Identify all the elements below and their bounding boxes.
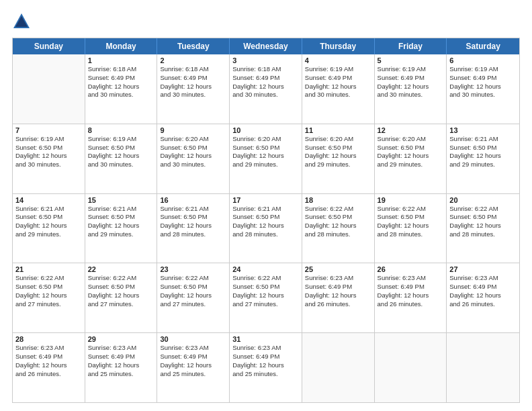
day-number: 1: [88, 56, 154, 64]
day-number: 22: [88, 265, 154, 273]
cell-info-line: Daylight: 12 hours: [232, 152, 299, 161]
calendar: SundayMondayTuesdayWednesdayThursdayFrid…: [12, 38, 520, 403]
calendar-header: SundayMondayTuesdayWednesdayThursdayFrid…: [13, 38, 519, 54]
cell-info-line: and 30 minutes.: [305, 91, 371, 99]
header-day-sunday: Sunday: [13, 38, 85, 54]
cell-info-line: Sunset: 6:49 PM: [232, 353, 299, 361]
calendar-cell: 30Sunrise: 6:23 AMSunset: 6:49 PMDayligh…: [157, 333, 230, 402]
cell-info-line: Daylight: 12 hours: [449, 152, 517, 161]
calendar-cell: 31Sunrise: 6:23 AMSunset: 6:49 PMDayligh…: [230, 333, 302, 402]
cell-info-line: and 30 minutes.: [378, 91, 444, 99]
cell-info-line: Daylight: 12 hours: [88, 361, 154, 370]
header-day-monday: Monday: [85, 38, 158, 54]
cell-info-line: and 29 minutes.: [232, 161, 299, 169]
cell-info-line: Sunrise: 6:18 AM: [160, 65, 226, 74]
cell-info-line: and 26 minutes.: [378, 300, 444, 309]
cell-info-line: Daylight: 12 hours: [305, 291, 371, 300]
day-number: 15: [88, 196, 154, 204]
day-number: 8: [88, 126, 154, 134]
calendar-cell: 8Sunrise: 6:19 AMSunset: 6:50 PMDaylight…: [85, 124, 158, 193]
cell-info-line: Sunset: 6:49 PM: [378, 74, 444, 83]
day-number: 28: [15, 335, 82, 343]
calendar-cell: 5Sunrise: 6:19 AMSunset: 6:49 PMDaylight…: [375, 54, 447, 124]
calendar-cell: [13, 54, 85, 124]
cell-info-line: Sunrise: 6:19 AM: [378, 65, 444, 74]
cell-info-line: Daylight: 12 hours: [88, 222, 154, 230]
cell-info-line: Sunrise: 6:23 AM: [15, 344, 82, 353]
cell-info-line: Sunset: 6:50 PM: [160, 213, 226, 222]
cell-info-line: Daylight: 12 hours: [232, 291, 299, 300]
calendar-cell: 7Sunrise: 6:19 AMSunset: 6:50 PMDaylight…: [13, 124, 85, 193]
calendar-body: 1Sunrise: 6:18 AMSunset: 6:49 PMDaylight…: [13, 54, 519, 402]
cell-info-line: Daylight: 12 hours: [449, 83, 517, 91]
cell-info-line: Sunrise: 6:21 AM: [232, 205, 299, 214]
cell-info-line: Daylight: 12 hours: [305, 83, 371, 91]
cell-info-line: Sunset: 6:50 PM: [15, 213, 82, 222]
cell-info-line: Daylight: 12 hours: [305, 222, 371, 230]
day-number: 23: [160, 265, 226, 273]
calendar-cell: 13Sunrise: 6:21 AMSunset: 6:50 PMDayligh…: [447, 124, 519, 193]
cell-info-line: Sunrise: 6:21 AM: [88, 205, 154, 214]
cell-info-line: Sunset: 6:49 PM: [15, 353, 82, 361]
calendar-row-1: 7Sunrise: 6:19 AMSunset: 6:50 PMDaylight…: [13, 124, 519, 193]
calendar-cell: 21Sunrise: 6:22 AMSunset: 6:50 PMDayligh…: [13, 263, 85, 332]
cell-info-line: Sunrise: 6:22 AM: [160, 274, 226, 283]
calendar-cell: [375, 333, 447, 402]
calendar-cell: 25Sunrise: 6:23 AMSunset: 6:49 PMDayligh…: [302, 263, 375, 332]
cell-info-line: Sunset: 6:49 PM: [378, 283, 444, 291]
cell-info-line: Sunrise: 6:19 AM: [305, 65, 371, 74]
cell-info-line: and 29 minutes.: [88, 230, 154, 239]
cell-info-line: Daylight: 12 hours: [15, 361, 82, 370]
cell-info-line: and 25 minutes.: [232, 370, 299, 379]
calendar-cell: 3Sunrise: 6:18 AMSunset: 6:49 PMDaylight…: [230, 54, 302, 124]
cell-info-line: and 28 minutes.: [449, 230, 517, 239]
calendar-cell: 24Sunrise: 6:22 AMSunset: 6:50 PMDayligh…: [230, 263, 302, 332]
cell-info-line: and 28 minutes.: [305, 230, 371, 239]
cell-info-line: Sunset: 6:49 PM: [88, 74, 154, 83]
calendar-cell: 20Sunrise: 6:22 AMSunset: 6:50 PMDayligh…: [447, 194, 519, 263]
calendar-cell: 11Sunrise: 6:20 AMSunset: 6:50 PMDayligh…: [302, 124, 375, 193]
cell-info-line: Sunset: 6:50 PM: [378, 213, 444, 222]
cell-info-line: Sunset: 6:50 PM: [378, 144, 444, 152]
cell-info-line: Daylight: 12 hours: [160, 83, 226, 91]
cell-info-line: Sunset: 6:50 PM: [449, 213, 517, 222]
cell-info-line: and 29 minutes.: [378, 161, 444, 169]
cell-info-line: Sunset: 6:49 PM: [449, 283, 517, 291]
cell-info-line: Sunrise: 6:18 AM: [232, 65, 299, 74]
cell-info-line: and 25 minutes.: [160, 370, 226, 379]
cell-info-line: Sunrise: 6:22 AM: [88, 274, 154, 283]
cell-info-line: and 26 minutes.: [449, 300, 517, 309]
cell-info-line: Sunrise: 6:20 AM: [378, 135, 444, 144]
calendar-cell: 18Sunrise: 6:22 AMSunset: 6:50 PMDayligh…: [302, 194, 375, 263]
cell-info-line: Sunrise: 6:19 AM: [88, 135, 154, 144]
cell-info-line: Daylight: 12 hours: [378, 291, 444, 300]
logo-icon: [12, 12, 31, 31]
cell-info-line: Daylight: 12 hours: [378, 83, 444, 91]
cell-info-line: Daylight: 12 hours: [88, 83, 154, 91]
header-day-wednesday: Wednesday: [230, 38, 302, 54]
day-number: 9: [160, 126, 226, 134]
cell-info-line: and 29 minutes.: [305, 161, 371, 169]
day-number: 2: [160, 56, 226, 64]
day-number: 29: [88, 335, 154, 343]
cell-info-line: and 28 minutes.: [232, 230, 299, 239]
cell-info-line: Sunset: 6:50 PM: [305, 213, 371, 222]
cell-info-line: Sunrise: 6:18 AM: [88, 65, 154, 74]
cell-info-line: Sunrise: 6:22 AM: [378, 205, 444, 214]
calendar-cell: 1Sunrise: 6:18 AMSunset: 6:49 PMDaylight…: [85, 54, 158, 124]
calendar-cell: 17Sunrise: 6:21 AMSunset: 6:50 PMDayligh…: [230, 194, 302, 263]
calendar-cell: 23Sunrise: 6:22 AMSunset: 6:50 PMDayligh…: [157, 263, 230, 332]
cell-info-line: and 30 minutes.: [160, 161, 226, 169]
cell-info-line: Daylight: 12 hours: [88, 152, 154, 161]
cell-info-line: Sunrise: 6:23 AM: [88, 344, 154, 353]
cell-info-line: Sunrise: 6:23 AM: [378, 274, 444, 283]
cell-info-line: Sunrise: 6:22 AM: [15, 274, 82, 283]
calendar-row-0: 1Sunrise: 6:18 AMSunset: 6:49 PMDaylight…: [13, 54, 519, 124]
cell-info-line: Sunrise: 6:20 AM: [160, 135, 226, 144]
calendar-row-2: 14Sunrise: 6:21 AMSunset: 6:50 PMDayligh…: [13, 193, 519, 263]
day-number: 25: [305, 265, 371, 273]
cell-info-line: and 27 minutes.: [160, 300, 226, 309]
cell-info-line: Sunrise: 6:22 AM: [232, 274, 299, 283]
cell-info-line: and 30 minutes.: [88, 161, 154, 169]
cell-info-line: and 28 minutes.: [160, 230, 226, 239]
